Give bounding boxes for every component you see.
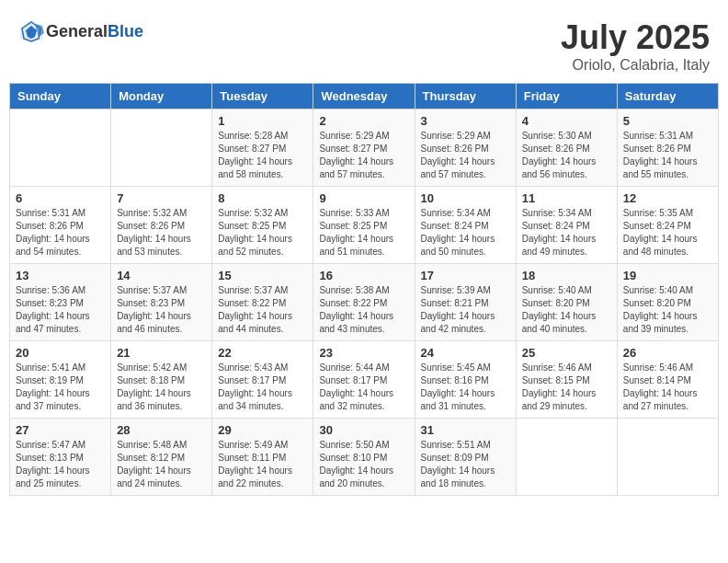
day-info: Sunrise: 5:33 AM Sunset: 8:25 PM Dayligh… (319, 207, 408, 259)
daylight: Daylight: 14 hours and 27 minutes. (623, 388, 698, 411)
day-number: 3 (421, 114, 510, 128)
daylight: Daylight: 14 hours and 40 minutes. (522, 311, 597, 334)
day-number: 31 (421, 423, 510, 437)
header-monday: Monday (111, 84, 212, 109)
day-number: 2 (319, 114, 408, 128)
day-number: 25 (522, 346, 611, 360)
calendar-cell: 2 Sunrise: 5:29 AM Sunset: 8:27 PM Dayli… (313, 109, 415, 187)
sunrise: Sunrise: 5:29 AM (319, 131, 389, 141)
day-info: Sunrise: 5:42 AM Sunset: 8:18 PM Dayligh… (117, 362, 206, 413)
daylight: Daylight: 14 hours and 22 minutes. (218, 465, 292, 488)
daylight: Daylight: 14 hours and 25 minutes. (16, 465, 90, 488)
sunrise: Sunrise: 5:36 AM (16, 285, 85, 295)
sunset: Sunset: 8:26 PM (117, 221, 185, 231)
day-number: 19 (623, 269, 712, 282)
sunrise: Sunrise: 5:49 AM (218, 440, 288, 450)
day-info: Sunrise: 5:43 AM Sunset: 8:17 PM Dayligh… (218, 362, 307, 413)
calendar-cell: 23 Sunrise: 5:44 AM Sunset: 8:17 PM Dayl… (313, 341, 415, 419)
daylight: Daylight: 14 hours and 57 minutes. (421, 156, 495, 179)
day-info: Sunrise: 5:34 AM Sunset: 8:24 PM Dayligh… (421, 207, 510, 259)
calendar-cell: 27 Sunrise: 5:47 AM Sunset: 8:13 PM Dayl… (10, 419, 111, 496)
header-saturday: Saturday (617, 84, 718, 109)
sunrise: Sunrise: 5:33 AM (319, 208, 389, 218)
logo-icon (18, 18, 44, 44)
week-row-5: 27 Sunrise: 5:47 AM Sunset: 8:13 PM Dayl… (10, 419, 719, 496)
sunset: Sunset: 8:15 PM (522, 375, 590, 385)
day-info: Sunrise: 5:29 AM Sunset: 8:27 PM Dayligh… (319, 130, 408, 181)
header-sunday: Sunday (10, 84, 111, 109)
calendar-cell: 1 Sunrise: 5:28 AM Sunset: 8:27 PM Dayli… (212, 109, 313, 187)
day-info: Sunrise: 5:28 AM Sunset: 8:27 PM Dayligh… (218, 130, 307, 181)
daylight: Daylight: 14 hours and 50 minutes. (421, 234, 495, 257)
day-info: Sunrise: 5:31 AM Sunset: 8:26 PM Dayligh… (623, 130, 712, 181)
sunrise: Sunrise: 5:37 AM (218, 285, 288, 295)
day-number: 13 (16, 269, 105, 282)
sunset: Sunset: 8:22 PM (319, 298, 387, 308)
day-info: Sunrise: 5:38 AM Sunset: 8:22 PM Dayligh… (319, 284, 408, 336)
calendar-cell: 20 Sunrise: 5:41 AM Sunset: 8:19 PM Dayl… (10, 341, 111, 419)
day-info: Sunrise: 5:37 AM Sunset: 8:23 PM Dayligh… (117, 284, 206, 336)
sunrise: Sunrise: 5:40 AM (522, 285, 592, 295)
sunset: Sunset: 8:27 PM (319, 144, 387, 154)
week-row-4: 20 Sunrise: 5:41 AM Sunset: 8:19 PM Dayl… (10, 341, 719, 419)
calendar-cell: 28 Sunrise: 5:48 AM Sunset: 8:12 PM Dayl… (111, 419, 212, 496)
day-number: 15 (218, 269, 307, 282)
calendar-cell: 14 Sunrise: 5:37 AM Sunset: 8:23 PM Dayl… (111, 264, 212, 341)
calendar-cell: 13 Sunrise: 5:36 AM Sunset: 8:23 PM Dayl… (10, 264, 111, 341)
calendar-cell: 15 Sunrise: 5:37 AM Sunset: 8:22 PM Dayl… (212, 264, 313, 341)
day-info: Sunrise: 5:35 AM Sunset: 8:24 PM Dayligh… (623, 207, 712, 259)
sunset: Sunset: 8:14 PM (623, 375, 691, 385)
calendar-cell: 5 Sunrise: 5:31 AM Sunset: 8:26 PM Dayli… (617, 109, 718, 187)
calendar-cell: 10 Sunrise: 5:34 AM Sunset: 8:24 PM Dayl… (415, 187, 516, 264)
sunrise: Sunrise: 5:34 AM (421, 208, 491, 218)
daylight: Daylight: 14 hours and 42 minutes. (421, 311, 495, 334)
calendar-cell: 22 Sunrise: 5:43 AM Sunset: 8:17 PM Dayl… (212, 341, 313, 419)
sunrise: Sunrise: 5:43 AM (218, 362, 288, 373)
daylight: Daylight: 14 hours and 54 minutes. (16, 234, 90, 257)
day-number: 22 (218, 346, 307, 360)
sunrise: Sunrise: 5:28 AM (218, 131, 288, 141)
sunrise: Sunrise: 5:39 AM (421, 285, 491, 295)
day-number: 18 (522, 269, 611, 282)
day-number: 5 (623, 114, 712, 128)
daylight: Daylight: 14 hours and 56 minutes. (522, 156, 597, 179)
sunrise: Sunrise: 5:48 AM (117, 440, 187, 450)
day-info: Sunrise: 5:48 AM Sunset: 8:12 PM Dayligh… (117, 439, 206, 490)
daylight: Daylight: 14 hours and 53 minutes. (117, 234, 191, 257)
sunset: Sunset: 8:16 PM (421, 375, 489, 385)
sunset: Sunset: 8:26 PM (522, 144, 590, 154)
daylight: Daylight: 14 hours and 49 minutes. (522, 234, 597, 257)
calendar-cell: 9 Sunrise: 5:33 AM Sunset: 8:25 PM Dayli… (313, 187, 415, 264)
sunset: Sunset: 8:20 PM (522, 298, 590, 308)
daylight: Daylight: 14 hours and 58 minutes. (218, 156, 292, 179)
daylight: Daylight: 14 hours and 24 minutes. (117, 465, 191, 488)
sunset: Sunset: 8:27 PM (218, 144, 286, 154)
day-number: 1 (218, 114, 307, 128)
daylight: Daylight: 14 hours and 31 minutes. (421, 388, 495, 411)
calendar-cell: 12 Sunrise: 5:35 AM Sunset: 8:24 PM Dayl… (617, 187, 718, 264)
title-section: July 2025 Oriolo, Calabria, Italy (561, 18, 710, 74)
sunrise: Sunrise: 5:42 AM (117, 362, 187, 373)
daylight: Daylight: 14 hours and 29 minutes. (522, 388, 597, 411)
daylight: Daylight: 14 hours and 46 minutes. (117, 311, 191, 334)
calendar-cell (111, 109, 212, 187)
daylight: Daylight: 14 hours and 20 minutes. (319, 465, 393, 488)
logo: GeneralBlue (18, 18, 143, 44)
daylight: Daylight: 14 hours and 47 minutes. (16, 311, 90, 334)
daylight: Daylight: 14 hours and 34 minutes. (218, 388, 292, 411)
sunset: Sunset: 8:26 PM (623, 144, 691, 154)
calendar-cell: 6 Sunrise: 5:31 AM Sunset: 8:26 PM Dayli… (10, 187, 111, 264)
day-info: Sunrise: 5:45 AM Sunset: 8:16 PM Dayligh… (421, 362, 510, 413)
calendar-cell: 25 Sunrise: 5:46 AM Sunset: 8:15 PM Dayl… (516, 341, 617, 419)
day-number: 20 (16, 346, 105, 360)
sunset: Sunset: 8:24 PM (623, 221, 691, 231)
day-number: 12 (623, 191, 712, 205)
day-number: 14 (117, 269, 206, 282)
day-number: 30 (319, 423, 408, 437)
sunset: Sunset: 8:10 PM (319, 453, 387, 463)
daylight: Daylight: 14 hours and 52 minutes. (218, 234, 292, 257)
sunrise: Sunrise: 5:37 AM (117, 285, 187, 295)
sunset: Sunset: 8:24 PM (522, 221, 590, 231)
calendar-cell (10, 109, 111, 187)
calendar-cell: 17 Sunrise: 5:39 AM Sunset: 8:21 PM Dayl… (415, 264, 516, 341)
